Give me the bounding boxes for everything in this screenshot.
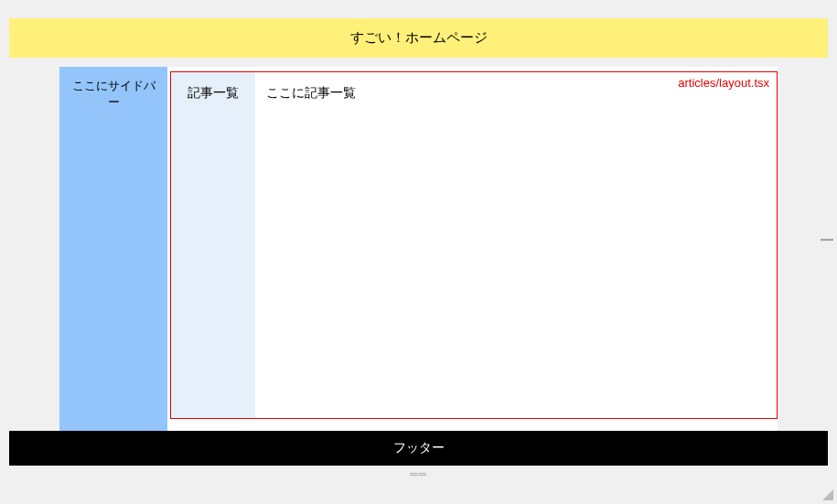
resize-corner-icon[interactable] (822, 489, 833, 500)
left-gap (9, 67, 59, 431)
articles-sidebar: 記事一覧 (171, 72, 255, 418)
articles-sidebar-text: 記事一覧 (188, 85, 239, 100)
layout-box: articles/layout.tsx 記事一覧 ここに記事一覧 (170, 71, 778, 419)
articles-content: ここに記事一覧 (255, 72, 777, 418)
right-gap (778, 67, 828, 431)
page-title: すごい！ホームページ (350, 29, 488, 45)
page-footer: フッター (9, 431, 828, 466)
articles-content-text: ここに記事一覧 (266, 85, 356, 100)
page-header: すごい！ホームページ (9, 18, 828, 58)
body-section: ここにサイドバー articles/layout.tsx 記事一覧 ここに記事一… (9, 67, 828, 431)
bottom-drag-handle-icon[interactable]: ══ (9, 466, 828, 482)
sidebar-text: ここにサイドバー (72, 79, 156, 109)
main-sidebar: ここにサイドバー (59, 67, 167, 431)
main-area: articles/layout.tsx 記事一覧 ここに記事一覧 (167, 67, 778, 431)
footer-text: フッター (393, 440, 445, 455)
right-drag-handle-icon[interactable]: || (821, 238, 835, 239)
layout-file-label: articles/layout.tsx (678, 76, 769, 90)
